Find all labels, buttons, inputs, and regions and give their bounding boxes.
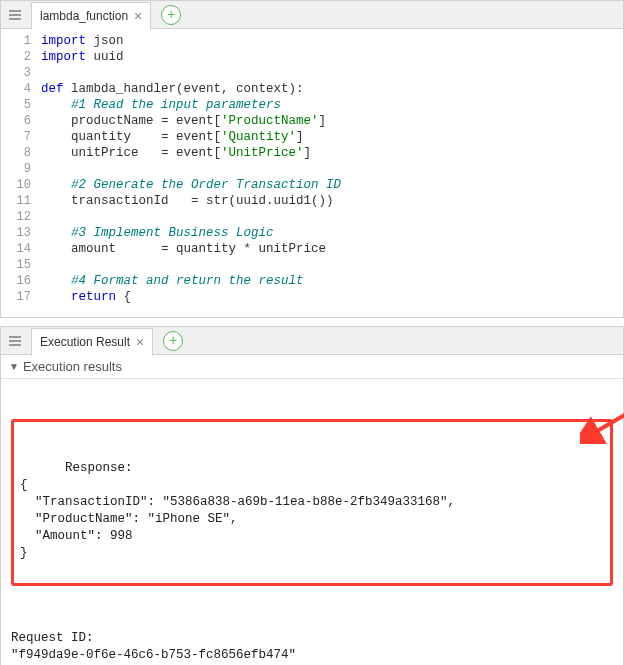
svg-rect-4 <box>9 340 21 342</box>
code-editor[interactable]: 1234567891011121314151617 import jsonimp… <box>1 29 623 317</box>
response-highlight-box: Response: { "TransactionID": "5386a838-a… <box>11 419 613 586</box>
close-icon[interactable]: × <box>134 9 142 23</box>
line-gutter: 1234567891011121314151617 <box>1 33 41 313</box>
collapse-icon: ▼ <box>9 361 19 372</box>
results-tab-active[interactable]: Execution Result × <box>31 328 153 356</box>
svg-line-6 <box>592 409 624 434</box>
execution-results-panel: Execution Result × + ▼ Execution results… <box>0 326 624 665</box>
response-text: Response: { "TransactionID": "5386a838-a… <box>20 461 455 560</box>
svg-rect-1 <box>9 14 21 16</box>
results-subheader[interactable]: ▼ Execution results <box>1 355 623 379</box>
results-tab-label: Execution Result <box>40 335 130 349</box>
close-icon[interactable]: × <box>136 335 144 349</box>
svg-rect-3 <box>9 336 21 338</box>
code-content[interactable]: import jsonimport uuid def lambda_handle… <box>41 33 623 313</box>
editor-tabbar: lambda_function × + <box>1 1 623 29</box>
output-area: Response: { "TransactionID": "5386a838-a… <box>1 379 623 665</box>
editor-tab-label: lambda_function <box>40 9 128 23</box>
results-subheader-label: Execution results <box>23 359 122 374</box>
svg-rect-5 <box>9 344 21 346</box>
tab-list-icon[interactable] <box>5 5 25 25</box>
svg-rect-0 <box>9 10 21 12</box>
results-tabbar: Execution Result × + <box>1 327 623 355</box>
tab-list-icon[interactable] <box>5 331 25 351</box>
annotation-arrow-icon <box>580 404 624 444</box>
new-tab-button[interactable]: + <box>163 331 183 351</box>
request-id-text: Request ID: "f949da9e-0f6e-46c6-b753-fc8… <box>11 630 613 664</box>
new-tab-button[interactable]: + <box>161 5 181 25</box>
editor-tab-active[interactable]: lambda_function × <box>31 2 151 30</box>
code-editor-panel: lambda_function × + 12345678910111213141… <box>0 0 624 318</box>
svg-rect-2 <box>9 18 21 20</box>
